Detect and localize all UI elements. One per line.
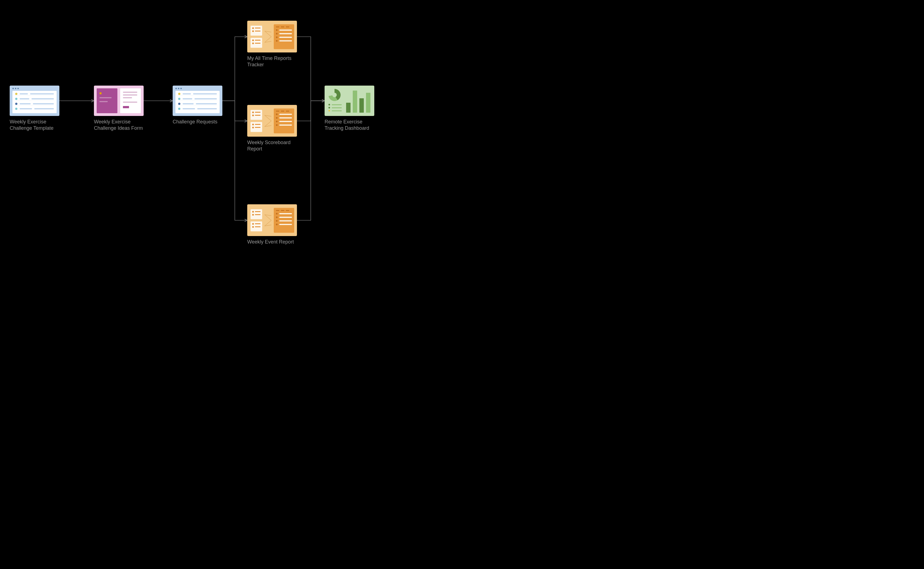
bar-chart-icon [346,89,371,113]
report-icon [247,21,297,52]
node-challenge-requests: Challenge Requests [173,85,223,125]
pie-chart-icon [328,89,341,101]
node-weekly-scoreboard-report: Weekly Scoreboard Report [247,105,297,152]
node-label: Weekly Exercise Challenge Template [10,119,59,132]
node-label: Challenge Requests [173,119,223,125]
node-remote-exercise-tracking-dashboard: Remote Exercise Tracking Dashboard [325,85,374,132]
node-label: Weekly Exercise Challenge Ideas Form [94,119,143,132]
dashboard-icon [325,85,374,116]
node-weekly-event-report: Weekly Event Report [247,204,297,245]
sheet-icon [173,85,223,116]
node-label: My All Time Reports Tracker [247,55,297,68]
sheet-icon [10,85,59,116]
node-label: Weekly Event Report [247,239,297,245]
report-icon [247,204,297,236]
node-my-all-time-reports-tracker: My All Time Reports Tracker [247,21,297,68]
form-icon [94,85,143,116]
node-weekly-exercise-challenge-ideas-form: Weekly Exercise Challenge Ideas Form [94,85,143,132]
report-icon [247,105,297,137]
diagram-canvas: Weekly Exercise Challenge Template Weekl… [0,0,434,267]
node-weekly-exercise-challenge-template: Weekly Exercise Challenge Template [10,85,59,132]
node-label: Remote Exercise Tracking Dashboard [325,119,374,132]
connector-layer [0,0,434,267]
node-label: Weekly Scoreboard Report [247,139,297,152]
